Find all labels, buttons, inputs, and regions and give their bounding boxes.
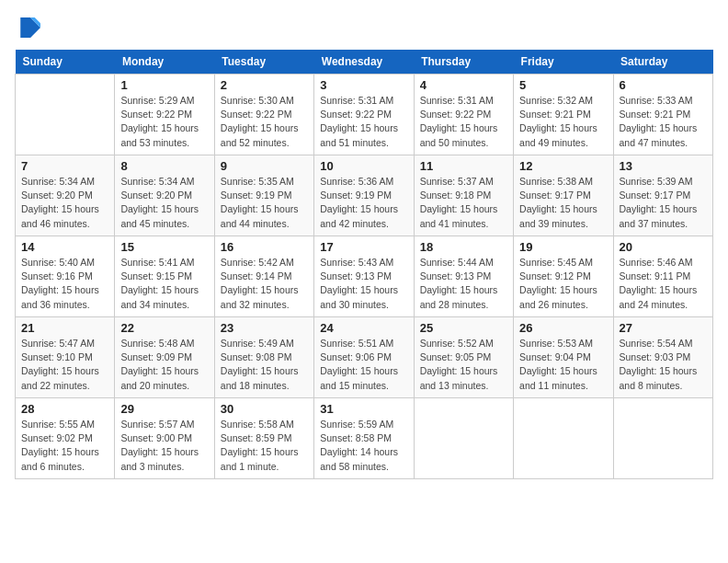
day-number: 17: [320, 240, 407, 254]
day-number: 19: [519, 240, 607, 254]
calendar-cell: 31Sunrise: 5:59 AM Sunset: 8:58 PM Dayli…: [314, 398, 414, 479]
calendar-cell: 7Sunrise: 5:34 AM Sunset: 9:20 PM Daylig…: [16, 155, 115, 236]
day-number: 3: [320, 78, 407, 92]
calendar-cell: [613, 398, 712, 479]
day-info: Sunrise: 5:34 AM Sunset: 9:20 PM Dayligh…: [21, 175, 108, 231]
calendar-cell: 10Sunrise: 5:36 AM Sunset: 9:19 PM Dayli…: [314, 155, 414, 236]
calendar-cell: [414, 398, 513, 479]
calendar-cell: 4Sunrise: 5:31 AM Sunset: 9:22 PM Daylig…: [414, 75, 513, 155]
calendar-cell: 11Sunrise: 5:37 AM Sunset: 9:18 PM Dayli…: [414, 155, 513, 236]
day-number: 16: [221, 240, 308, 254]
calendar-cell: 6Sunrise: 5:33 AM Sunset: 9:21 PM Daylig…: [613, 75, 712, 155]
day-number: 4: [420, 78, 507, 92]
day-header-sunday: Sunday: [16, 50, 115, 75]
day-number: 26: [519, 321, 607, 335]
day-number: 11: [420, 159, 507, 173]
day-header-tuesday: Tuesday: [214, 50, 313, 75]
calendar-cell: 21Sunrise: 5:47 AM Sunset: 9:10 PM Dayli…: [16, 317, 115, 398]
calendar-table: SundayMondayTuesdayWednesdayThursdayFrid…: [15, 50, 713, 479]
day-number: 25: [420, 321, 507, 335]
day-header-wednesday: Wednesday: [314, 50, 414, 75]
calendar-cell: 27Sunrise: 5:54 AM Sunset: 9:03 PM Dayli…: [613, 317, 712, 398]
day-number: 18: [420, 240, 507, 254]
day-number: 15: [120, 240, 208, 254]
day-info: Sunrise: 5:52 AM Sunset: 9:05 PM Dayligh…: [420, 337, 507, 393]
day-info: Sunrise: 5:39 AM Sunset: 9:17 PM Dayligh…: [620, 175, 707, 231]
day-number: 31: [320, 402, 407, 416]
day-info: Sunrise: 5:57 AM Sunset: 9:00 PM Dayligh…: [120, 418, 208, 474]
day-header-monday: Monday: [115, 50, 214, 75]
day-info: Sunrise: 5:48 AM Sunset: 9:09 PM Dayligh…: [120, 337, 208, 393]
day-info: Sunrise: 5:43 AM Sunset: 9:13 PM Dayligh…: [320, 256, 407, 312]
day-info: Sunrise: 5:49 AM Sunset: 9:08 PM Dayligh…: [221, 337, 308, 393]
day-info: Sunrise: 5:40 AM Sunset: 9:16 PM Dayligh…: [21, 256, 108, 312]
day-number: 14: [21, 240, 108, 254]
calendar-cell: 26Sunrise: 5:53 AM Sunset: 9:04 PM Dayli…: [514, 317, 613, 398]
day-info: Sunrise: 5:54 AM Sunset: 9:03 PM Dayligh…: [620, 337, 707, 393]
day-info: Sunrise: 5:30 AM Sunset: 9:22 PM Dayligh…: [221, 94, 308, 150]
day-number: 30: [221, 402, 308, 416]
calendar-cell: [514, 398, 613, 479]
day-info: Sunrise: 5:44 AM Sunset: 9:13 PM Dayligh…: [420, 256, 507, 312]
day-info: Sunrise: 5:33 AM Sunset: 9:21 PM Dayligh…: [620, 94, 707, 150]
day-number: 29: [120, 402, 208, 416]
day-number: 10: [320, 159, 407, 173]
day-number: 12: [519, 159, 607, 173]
calendar-cell: 23Sunrise: 5:49 AM Sunset: 9:08 PM Dayli…: [214, 317, 313, 398]
calendar-cell: 28Sunrise: 5:55 AM Sunset: 9:02 PM Dayli…: [16, 398, 115, 479]
day-info: Sunrise: 5:29 AM Sunset: 9:22 PM Dayligh…: [120, 94, 208, 150]
calendar-cell: 15Sunrise: 5:41 AM Sunset: 9:15 PM Dayli…: [115, 236, 214, 317]
day-number: 28: [21, 402, 108, 416]
day-info: Sunrise: 5:32 AM Sunset: 9:21 PM Dayligh…: [519, 94, 607, 150]
calendar-cell: 14Sunrise: 5:40 AM Sunset: 9:16 PM Dayli…: [16, 236, 115, 317]
day-info: Sunrise: 5:31 AM Sunset: 9:22 PM Dayligh…: [420, 94, 507, 150]
day-number: 23: [221, 321, 308, 335]
calendar-cell: 22Sunrise: 5:48 AM Sunset: 9:09 PM Dayli…: [115, 317, 214, 398]
day-info: Sunrise: 5:55 AM Sunset: 9:02 PM Dayligh…: [21, 418, 108, 474]
day-number: 9: [221, 159, 308, 173]
day-info: Sunrise: 5:31 AM Sunset: 9:22 PM Dayligh…: [320, 94, 407, 150]
day-number: 27: [620, 321, 707, 335]
day-info: Sunrise: 5:41 AM Sunset: 9:15 PM Dayligh…: [120, 256, 208, 312]
day-info: Sunrise: 5:36 AM Sunset: 9:19 PM Dayligh…: [320, 175, 407, 231]
day-info: Sunrise: 5:42 AM Sunset: 9:14 PM Dayligh…: [221, 256, 308, 312]
day-info: Sunrise: 5:53 AM Sunset: 9:04 PM Dayligh…: [519, 337, 607, 393]
logo: [15, 15, 44, 40]
day-info: Sunrise: 5:35 AM Sunset: 9:19 PM Dayligh…: [221, 175, 308, 231]
day-number: 22: [120, 321, 208, 335]
calendar-cell: 30Sunrise: 5:58 AM Sunset: 8:59 PM Dayli…: [214, 398, 313, 479]
day-info: Sunrise: 5:38 AM Sunset: 9:17 PM Dayligh…: [519, 175, 607, 231]
logo-icon: [15, 15, 40, 40]
day-number: 6: [620, 78, 707, 92]
calendar-cell: 18Sunrise: 5:44 AM Sunset: 9:13 PM Dayli…: [414, 236, 513, 317]
day-info: Sunrise: 5:47 AM Sunset: 9:10 PM Dayligh…: [21, 337, 108, 393]
day-header-thursday: Thursday: [414, 50, 513, 75]
day-number: 1: [120, 78, 208, 92]
day-info: Sunrise: 5:59 AM Sunset: 8:58 PM Dayligh…: [320, 418, 407, 474]
day-number: 7: [21, 159, 108, 173]
calendar-cell: 25Sunrise: 5:52 AM Sunset: 9:05 PM Dayli…: [414, 317, 513, 398]
day-info: Sunrise: 5:45 AM Sunset: 9:12 PM Dayligh…: [519, 256, 607, 312]
day-number: 21: [21, 321, 108, 335]
day-info: Sunrise: 5:37 AM Sunset: 9:18 PM Dayligh…: [420, 175, 507, 231]
day-number: 20: [620, 240, 707, 254]
calendar-cell: 17Sunrise: 5:43 AM Sunset: 9:13 PM Dayli…: [314, 236, 414, 317]
calendar-cell: 2Sunrise: 5:30 AM Sunset: 9:22 PM Daylig…: [214, 75, 313, 155]
calendar-cell: [16, 75, 115, 155]
calendar-cell: 9Sunrise: 5:35 AM Sunset: 9:19 PM Daylig…: [214, 155, 313, 236]
day-info: Sunrise: 5:46 AM Sunset: 9:11 PM Dayligh…: [620, 256, 707, 312]
day-number: 13: [620, 159, 707, 173]
calendar-cell: 8Sunrise: 5:34 AM Sunset: 9:20 PM Daylig…: [115, 155, 214, 236]
calendar-cell: 24Sunrise: 5:51 AM Sunset: 9:06 PM Dayli…: [314, 317, 414, 398]
day-number: 8: [120, 159, 208, 173]
calendar-cell: 29Sunrise: 5:57 AM Sunset: 9:00 PM Dayli…: [115, 398, 214, 479]
day-number: 24: [320, 321, 407, 335]
calendar-cell: 12Sunrise: 5:38 AM Sunset: 9:17 PM Dayli…: [514, 155, 613, 236]
day-info: Sunrise: 5:58 AM Sunset: 8:59 PM Dayligh…: [221, 418, 308, 474]
day-info: Sunrise: 5:51 AM Sunset: 9:06 PM Dayligh…: [320, 337, 407, 393]
day-header-saturday: Saturday: [613, 50, 712, 75]
calendar-cell: 20Sunrise: 5:46 AM Sunset: 9:11 PM Dayli…: [613, 236, 712, 317]
day-number: 5: [519, 78, 607, 92]
day-header-friday: Friday: [514, 50, 613, 75]
calendar-cell: 3Sunrise: 5:31 AM Sunset: 9:22 PM Daylig…: [314, 75, 414, 155]
